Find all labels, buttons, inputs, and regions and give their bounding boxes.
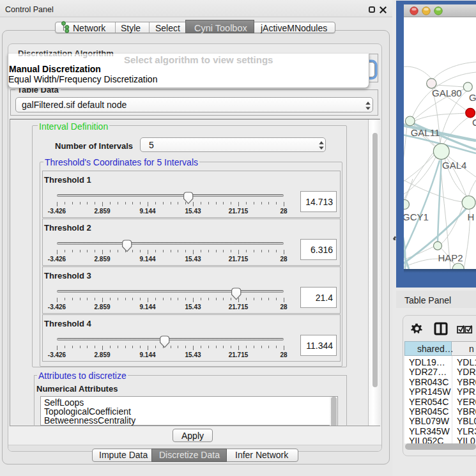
svg-text:GAL80: GAL80 xyxy=(432,88,462,98)
svg-text:GAL4: GAL4 xyxy=(442,160,466,171)
svg-text:GAL11: GAL11 xyxy=(411,127,440,138)
svg-text:GA: GA xyxy=(469,92,476,103)
svg-text:H: H xyxy=(468,211,475,222)
svg-text:C: C xyxy=(472,117,476,128)
svg-text:GCY1: GCY1 xyxy=(404,211,429,222)
svg-text:HAP2: HAP2 xyxy=(438,252,463,263)
